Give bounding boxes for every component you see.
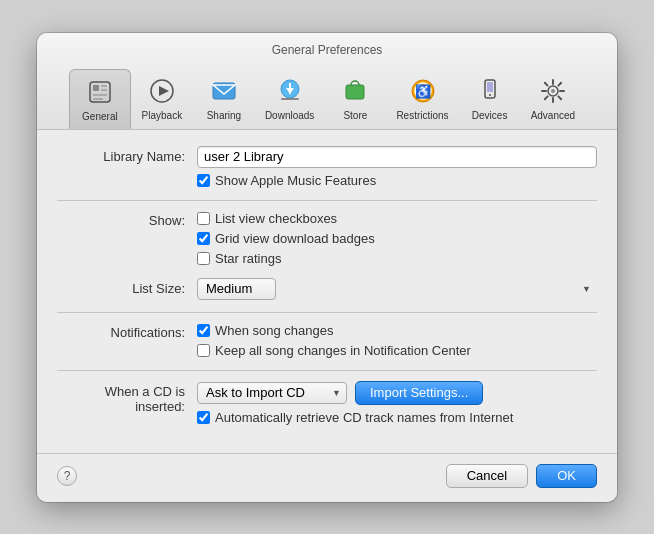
svg-point-20 bbox=[489, 94, 491, 96]
restrictions-icon: ♿ bbox=[407, 75, 439, 107]
svg-text:♿: ♿ bbox=[415, 83, 432, 100]
star-ratings-row: Star ratings bbox=[197, 251, 597, 266]
tab-restrictions-label: Restrictions bbox=[396, 110, 448, 121]
cd-controls-row: Ask to Import CD Import CD Import CD and… bbox=[197, 381, 597, 405]
help-button[interactable]: ? bbox=[57, 466, 77, 486]
auto-retrieve-checkbox[interactable] bbox=[197, 411, 210, 424]
toolbar: General Playback Shari bbox=[37, 65, 617, 129]
advanced-icon bbox=[537, 75, 569, 107]
ok-button[interactable]: OK bbox=[536, 464, 597, 488]
star-ratings-checkbox[interactable] bbox=[197, 252, 210, 265]
keep-all-song-changes-label: Keep all song changes in Notification Ce… bbox=[215, 343, 471, 358]
library-name-label: Library Name: bbox=[57, 146, 197, 164]
playback-icon bbox=[146, 75, 178, 107]
auto-retrieve-row: Automatically retrieve CD track names fr… bbox=[197, 410, 597, 425]
svg-rect-13 bbox=[281, 98, 299, 100]
footer-buttons: Cancel OK bbox=[446, 464, 597, 488]
show-apple-music-label: Show Apple Music Features bbox=[215, 173, 376, 188]
list-size-content: Small Medium Large ▼ bbox=[197, 278, 597, 300]
devices-icon bbox=[474, 75, 506, 107]
when-song-changes-label: When song changes bbox=[215, 323, 334, 338]
tab-devices[interactable]: Devices bbox=[459, 69, 521, 129]
list-size-row: List Size: Small Medium Large ▼ bbox=[57, 278, 597, 300]
cd-insert-select-wrapper: Ask to Import CD Import CD Import CD and… bbox=[197, 382, 347, 404]
show-label: Show: bbox=[57, 211, 197, 228]
list-size-select-wrapper: Small Medium Large ▼ bbox=[197, 278, 597, 300]
tab-playback[interactable]: Playback bbox=[131, 69, 193, 129]
cd-insert-content: Ask to Import CD Import CD Import CD and… bbox=[197, 381, 597, 425]
tab-playback-label: Playback bbox=[142, 110, 183, 121]
list-view-checkboxes-label: List view checkboxes bbox=[215, 211, 337, 226]
tab-sharing-label: Sharing bbox=[207, 110, 241, 121]
library-name-content: Show Apple Music Features bbox=[197, 146, 597, 188]
tab-downloads[interactable]: Downloads bbox=[255, 69, 324, 129]
tab-restrictions[interactable]: ♿ Restrictions bbox=[386, 69, 458, 129]
when-song-changes-checkbox[interactable] bbox=[197, 324, 210, 337]
show-content: List view checkboxes Grid view download … bbox=[197, 211, 597, 266]
title-bar: General Preferences General bbox=[37, 33, 617, 130]
notifications-row: Notifications: When song changes Keep al… bbox=[57, 323, 597, 358]
star-ratings-label: Star ratings bbox=[215, 251, 281, 266]
library-name-input[interactable] bbox=[197, 146, 597, 168]
tab-advanced-label: Advanced bbox=[531, 110, 575, 121]
divider-1 bbox=[57, 200, 597, 201]
keep-all-song-changes-checkbox[interactable] bbox=[197, 344, 210, 357]
svg-line-28 bbox=[558, 96, 561, 99]
tab-downloads-label: Downloads bbox=[265, 110, 314, 121]
tab-advanced[interactable]: Advanced bbox=[521, 69, 585, 129]
list-view-checkboxes-checkbox[interactable] bbox=[197, 212, 210, 225]
cd-insert-select[interactable]: Ask to Import CD Import CD Import CD and… bbox=[197, 382, 347, 404]
downloads-icon bbox=[274, 75, 306, 107]
tab-store-label: Store bbox=[343, 110, 367, 121]
sharing-icon bbox=[208, 75, 240, 107]
svg-line-27 bbox=[545, 82, 548, 85]
cd-insert-label: When a CD is inserted: bbox=[57, 381, 197, 414]
show-apple-music-row: Show Apple Music Features bbox=[197, 173, 597, 188]
tab-devices-label: Devices bbox=[472, 110, 508, 121]
list-size-chevron-icon: ▼ bbox=[582, 284, 591, 294]
divider-2 bbox=[57, 312, 597, 313]
svg-line-29 bbox=[558, 82, 561, 85]
when-song-changes-row: When song changes bbox=[197, 323, 597, 338]
cd-insert-row: When a CD is inserted: Ask to Import CD … bbox=[57, 381, 597, 425]
grid-view-badges-label: Grid view download badges bbox=[215, 231, 375, 246]
divider-3 bbox=[57, 370, 597, 371]
cancel-button[interactable]: Cancel bbox=[446, 464, 528, 488]
list-size-select[interactable]: Small Medium Large bbox=[197, 278, 276, 300]
svg-point-22 bbox=[551, 89, 555, 93]
grid-view-badges-row: Grid view download badges bbox=[197, 231, 597, 246]
store-icon bbox=[339, 75, 371, 107]
svg-rect-3 bbox=[101, 89, 107, 91]
window-title: General Preferences bbox=[37, 43, 617, 57]
list-size-label: List Size: bbox=[57, 278, 197, 296]
import-settings-button[interactable]: Import Settings... bbox=[355, 381, 483, 405]
footer: ? Cancel OK bbox=[37, 453, 617, 502]
svg-marker-7 bbox=[159, 86, 169, 96]
tab-general[interactable]: General bbox=[69, 69, 131, 129]
tab-store[interactable]: Store bbox=[324, 69, 386, 129]
grid-view-badges-checkbox[interactable] bbox=[197, 232, 210, 245]
svg-line-30 bbox=[545, 96, 548, 99]
svg-rect-14 bbox=[346, 85, 364, 99]
notifications-content: When song changes Keep all song changes … bbox=[197, 323, 597, 358]
show-row: Show: List view checkboxes Grid view dow… bbox=[57, 211, 597, 266]
library-name-row: Library Name: Show Apple Music Features bbox=[57, 146, 597, 188]
show-apple-music-checkbox[interactable] bbox=[197, 174, 210, 187]
keep-all-song-changes-row: Keep all song changes in Notification Ce… bbox=[197, 343, 597, 358]
svg-rect-2 bbox=[101, 85, 107, 87]
content-area: Library Name: Show Apple Music Features … bbox=[37, 130, 617, 453]
tab-general-label: General bbox=[82, 111, 118, 122]
svg-rect-1 bbox=[93, 85, 99, 91]
general-icon bbox=[84, 76, 116, 108]
svg-rect-5 bbox=[93, 98, 103, 100]
tab-sharing[interactable]: Sharing bbox=[193, 69, 255, 129]
auto-retrieve-label: Automatically retrieve CD track names fr… bbox=[215, 410, 513, 425]
list-view-checkboxes-row: List view checkboxes bbox=[197, 211, 597, 226]
preferences-window: General Preferences General bbox=[37, 33, 617, 502]
svg-rect-4 bbox=[93, 94, 107, 96]
notifications-label: Notifications: bbox=[57, 323, 197, 340]
svg-rect-19 bbox=[487, 82, 493, 92]
